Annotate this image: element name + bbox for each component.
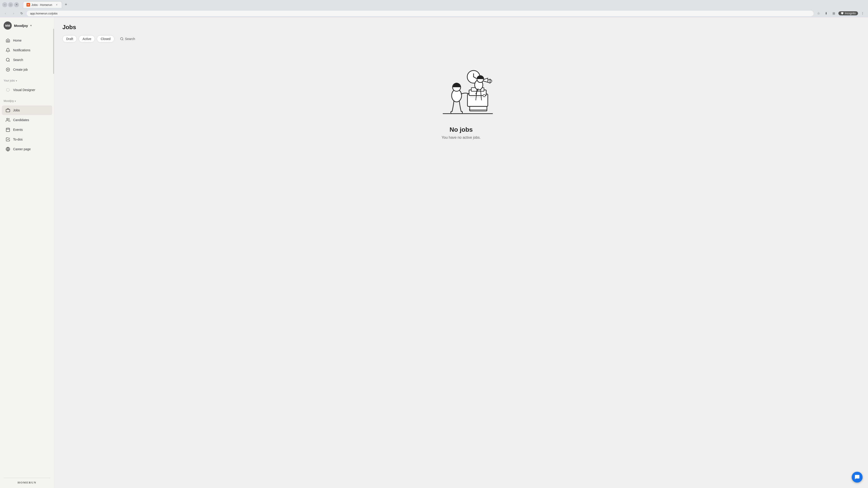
svg-rect-3: [6, 109, 10, 112]
bookmark-button[interactable]: ☆: [815, 10, 822, 17]
calendar-icon: [5, 127, 10, 132]
reload-button[interactable]: ↻: [19, 10, 25, 17]
sidebar-scrollbar-thumb: [53, 29, 54, 74]
svg-point-5: [6, 119, 8, 120]
main-content: Jobs Draft Active Closed Search: [54, 18, 868, 488]
more-button[interactable]: ⋮: [860, 10, 866, 17]
download-button[interactable]: ⬇: [823, 10, 829, 17]
tab-close-button[interactable]: ×: [55, 3, 59, 6]
page-title: Jobs: [62, 24, 860, 31]
url-display: app.homerun.co/jobs: [30, 12, 810, 15]
tab-bar: H Jobs · Homerun × +: [21, 1, 71, 8]
checkbox-icon: [5, 137, 10, 142]
bell-icon: [5, 48, 10, 53]
filter-draft-button[interactable]: Draft: [62, 35, 77, 42]
close-button[interactable]: ✕: [14, 2, 19, 7]
svg-rect-18: [470, 106, 487, 111]
svg-rect-6: [6, 128, 10, 131]
org-chevron-icon: ▾: [30, 24, 32, 27]
sidebar-scrollbar: [53, 18, 54, 488]
svg-point-22: [483, 94, 485, 97]
search-button[interactable]: Search: [116, 35, 139, 42]
homerun-logo: HOMERUN: [4, 478, 51, 484]
sidebar-item-search[interactable]: Search: [2, 55, 52, 65]
sidebar-item-candidates[interactable]: Candidates: [2, 115, 52, 125]
moodjoy-section-label[interactable]: Moodjoy ▾: [0, 97, 54, 103]
sidebar-item-visual-designer[interactable]: Visual Designer: [2, 85, 52, 95]
browser-actions: ☆ ⬇ ⊞ Incognito ⋮: [815, 10, 866, 17]
window-controls: ─ □ ✕: [2, 2, 19, 7]
chat-bubble-button[interactable]: [852, 472, 863, 483]
incognito-label: Incognito: [845, 12, 856, 15]
sidebar-item-label: Candidates: [13, 118, 29, 122]
people-icon: [5, 118, 10, 123]
briefcase-icon: [5, 108, 10, 113]
plus-circle-icon: [5, 67, 10, 72]
sidebar-item-home[interactable]: Home: [2, 36, 52, 45]
address-bar[interactable]: app.homerun.co/jobs: [27, 11, 813, 16]
your-jobs-chevron-icon: ▾: [16, 79, 17, 82]
chat-icon: [855, 475, 860, 480]
globe-icon: [5, 147, 10, 152]
empty-state-title: No jobs: [450, 126, 473, 133]
home-icon: [5, 38, 10, 43]
filter-active-button[interactable]: Active: [79, 35, 95, 42]
svg-point-2: [6, 88, 9, 92]
page-header: Jobs: [54, 18, 868, 35]
app-container: MM Moodjoy ▾ Home Notifications: [0, 18, 868, 488]
sidebar-item-label: Search: [13, 58, 23, 62]
empty-state-subtitle: You have no active jobs.: [442, 135, 481, 140]
incognito-icon: [841, 12, 844, 15]
org-name: Moodjoy: [14, 24, 28, 28]
maximize-button[interactable]: □: [8, 2, 13, 7]
extensions-button[interactable]: ⊞: [831, 10, 837, 17]
search-label: Search: [125, 37, 135, 41]
tab-title: Jobs · Homerun: [31, 3, 52, 6]
back-button[interactable]: ‹: [2, 10, 8, 17]
sidebar-item-label: Jobs: [13, 108, 20, 112]
sidebar-item-label: Events: [13, 128, 23, 131]
sidebar-item-label: Career page: [13, 147, 31, 151]
browser-titlebar: ─ □ ✕ H Jobs · Homerun × +: [0, 0, 868, 9]
main-nav-section: Home Notifications Search: [0, 34, 54, 76]
sidebar-item-todos[interactable]: To-dos: [2, 135, 52, 144]
empty-state: No jobs You have no active jobs.: [54, 47, 868, 153]
sidebar-item-events[interactable]: Events: [2, 125, 52, 134]
browser-chrome: ─ □ ✕ H Jobs · Homerun × + ‹ › ↻ app.hom…: [0, 0, 868, 18]
sidebar-item-create-job[interactable]: Create job: [2, 65, 52, 74]
org-header[interactable]: MM Moodjoy ▾: [0, 18, 54, 34]
sidebar-item-label: Visual Designer: [13, 88, 35, 92]
sidebar-item-label: Create job: [13, 68, 28, 71]
sidebar-footer: HOMERUN: [0, 474, 54, 488]
your-jobs-section: Visual Designer: [0, 83, 54, 97]
filter-closed-button[interactable]: Closed: [97, 35, 114, 42]
new-tab-button[interactable]: +: [63, 2, 69, 8]
active-tab[interactable]: H Jobs · Homerun ×: [23, 1, 62, 8]
minimize-button[interactable]: ─: [2, 2, 7, 7]
search-icon: [5, 57, 10, 62]
spinner-icon: [5, 88, 10, 92]
sidebar-item-jobs[interactable]: Jobs: [2, 105, 52, 115]
sidebar-item-career-page[interactable]: Career page: [2, 144, 52, 154]
avatar: MM: [4, 22, 12, 30]
sidebar: MM Moodjoy ▾ Home Notifications: [0, 18, 54, 488]
incognito-badge[interactable]: Incognito: [838, 11, 858, 15]
svg-point-12: [121, 37, 123, 40]
sidebar-item-notifications[interactable]: Notifications: [2, 45, 52, 55]
moodjoy-chevron-icon: ▾: [15, 100, 16, 102]
address-bar-row: ‹ › ↻ app.homerun.co/jobs ☆ ⬇ ⊞ Incognit…: [0, 9, 868, 18]
forward-button[interactable]: ›: [10, 10, 17, 17]
empty-illustration: [430, 61, 493, 119]
sidebar-item-label: Home: [13, 39, 22, 42]
search-icon: [120, 37, 124, 41]
sidebar-item-label: To-dos: [13, 138, 23, 141]
your-jobs-section-label[interactable]: Your jobs ▾: [0, 76, 54, 83]
filter-bar: Draft Active Closed Search: [54, 35, 868, 47]
tab-favicon: H: [26, 3, 30, 6]
moodjoy-section: Jobs Candidates Events To-: [0, 103, 54, 156]
sidebar-item-label: Notifications: [13, 48, 30, 52]
svg-point-0: [6, 58, 9, 61]
